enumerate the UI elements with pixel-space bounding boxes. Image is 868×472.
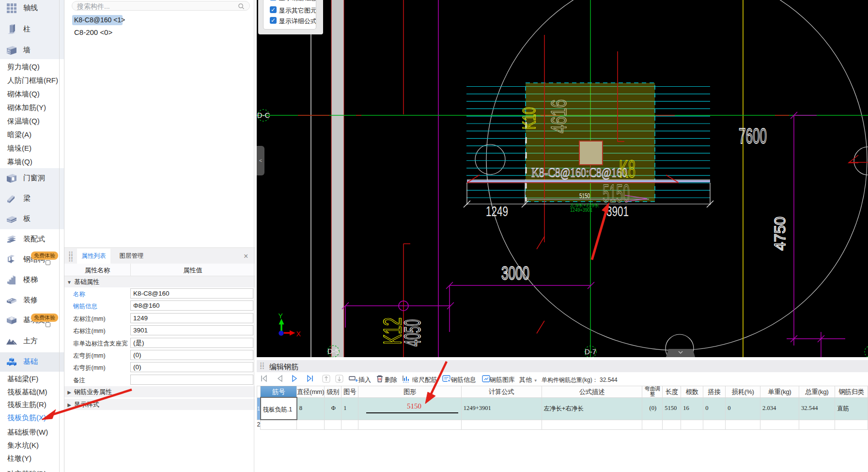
svg-text:K8: K8 bbox=[619, 156, 636, 183]
svg-text:D-7: D-7 bbox=[585, 347, 596, 356]
svg-text:4750: 4750 bbox=[771, 217, 789, 251]
svg-text:1249+3901: 1249+3901 bbox=[570, 207, 592, 213]
svg-text:D-5: D-5 bbox=[327, 347, 339, 355]
svg-text:4616: 4616 bbox=[547, 99, 571, 133]
svg-text:3000: 3000 bbox=[501, 263, 529, 283]
svg-text:K10: K10 bbox=[519, 107, 539, 129]
svg-text:5150: 5150 bbox=[579, 191, 590, 200]
svg-text:Y: Y bbox=[279, 312, 283, 320]
svg-text:K8-C8@160:C8@160: K8-C8@160:C8@160 bbox=[531, 165, 627, 180]
svg-text:X: X bbox=[296, 330, 301, 338]
svg-text:K12: K12 bbox=[378, 317, 406, 345]
svg-text:5150: 5150 bbox=[603, 179, 630, 207]
svg-text:D-C: D-C bbox=[257, 111, 270, 119]
svg-text:7600: 7600 bbox=[739, 124, 767, 148]
svg-text:1249: 1249 bbox=[486, 203, 508, 219]
